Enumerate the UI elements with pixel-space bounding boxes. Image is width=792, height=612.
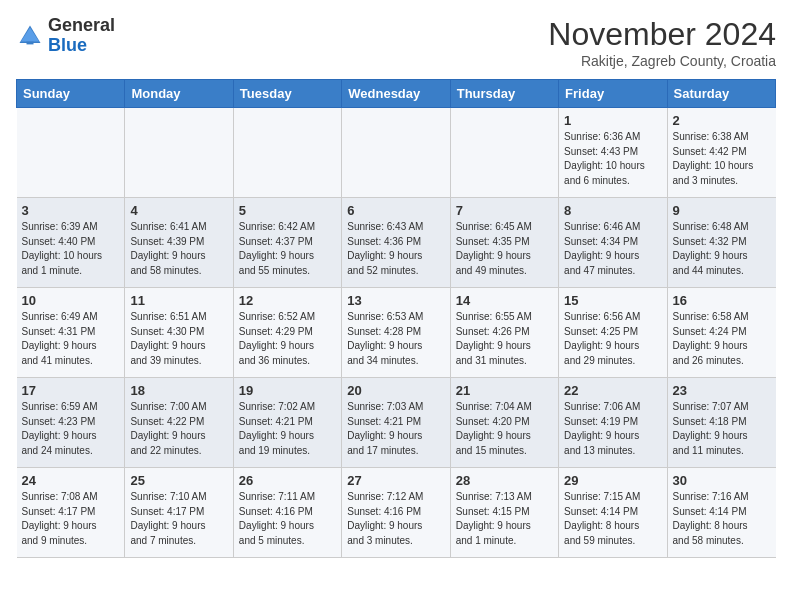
day-cell: 7Sunrise: 6:45 AMSunset: 4:35 PMDaylight… (450, 198, 558, 288)
day-number: 19 (239, 383, 336, 398)
day-number: 30 (673, 473, 771, 488)
day-cell: 27Sunrise: 7:12 AMSunset: 4:16 PMDayligh… (342, 468, 450, 558)
col-header-thursday: Thursday (450, 80, 558, 108)
day-number: 3 (22, 203, 120, 218)
day-info: Sunrise: 6:58 AMSunset: 4:24 PMDaylight:… (673, 310, 771, 368)
day-cell: 25Sunrise: 7:10 AMSunset: 4:17 PMDayligh… (125, 468, 233, 558)
day-cell: 3Sunrise: 6:39 AMSunset: 4:40 PMDaylight… (17, 198, 125, 288)
svg-rect-2 (27, 41, 34, 44)
day-cell: 2Sunrise: 6:38 AMSunset: 4:42 PMDaylight… (667, 108, 775, 198)
day-number: 22 (564, 383, 661, 398)
day-cell: 28Sunrise: 7:13 AMSunset: 4:15 PMDayligh… (450, 468, 558, 558)
day-cell: 4Sunrise: 6:41 AMSunset: 4:39 PMDaylight… (125, 198, 233, 288)
day-info: Sunrise: 7:00 AMSunset: 4:22 PMDaylight:… (130, 400, 227, 458)
day-number: 27 (347, 473, 444, 488)
day-info: Sunrise: 6:36 AMSunset: 4:43 PMDaylight:… (564, 130, 661, 188)
day-cell: 13Sunrise: 6:53 AMSunset: 4:28 PMDayligh… (342, 288, 450, 378)
week-row-3: 10Sunrise: 6:49 AMSunset: 4:31 PMDayligh… (17, 288, 776, 378)
day-cell: 26Sunrise: 7:11 AMSunset: 4:16 PMDayligh… (233, 468, 341, 558)
day-number: 20 (347, 383, 444, 398)
day-info: Sunrise: 6:42 AMSunset: 4:37 PMDaylight:… (239, 220, 336, 278)
day-number: 21 (456, 383, 553, 398)
page-container: General Blue November 2024 Rakitje, Zagr… (0, 0, 792, 566)
svg-marker-1 (21, 27, 39, 41)
week-row-5: 24Sunrise: 7:08 AMSunset: 4:17 PMDayligh… (17, 468, 776, 558)
day-number: 26 (239, 473, 336, 488)
day-cell (233, 108, 341, 198)
day-info: Sunrise: 6:48 AMSunset: 4:32 PMDaylight:… (673, 220, 771, 278)
day-number: 15 (564, 293, 661, 308)
day-number: 6 (347, 203, 444, 218)
day-info: Sunrise: 7:04 AMSunset: 4:20 PMDaylight:… (456, 400, 553, 458)
day-info: Sunrise: 6:59 AMSunset: 4:23 PMDaylight:… (22, 400, 120, 458)
day-number: 12 (239, 293, 336, 308)
day-info: Sunrise: 6:41 AMSunset: 4:39 PMDaylight:… (130, 220, 227, 278)
col-header-tuesday: Tuesday (233, 80, 341, 108)
subtitle: Rakitje, Zagreb County, Croatia (548, 53, 776, 69)
day-cell: 14Sunrise: 6:55 AMSunset: 4:26 PMDayligh… (450, 288, 558, 378)
day-info: Sunrise: 7:15 AMSunset: 4:14 PMDaylight:… (564, 490, 661, 548)
day-info: Sunrise: 6:45 AMSunset: 4:35 PMDaylight:… (456, 220, 553, 278)
day-cell: 21Sunrise: 7:04 AMSunset: 4:20 PMDayligh… (450, 378, 558, 468)
day-number: 11 (130, 293, 227, 308)
day-info: Sunrise: 6:49 AMSunset: 4:31 PMDaylight:… (22, 310, 120, 368)
day-info: Sunrise: 7:08 AMSunset: 4:17 PMDaylight:… (22, 490, 120, 548)
day-number: 1 (564, 113, 661, 128)
week-row-1: 1Sunrise: 6:36 AMSunset: 4:43 PMDaylight… (17, 108, 776, 198)
day-number: 17 (22, 383, 120, 398)
day-cell: 23Sunrise: 7:07 AMSunset: 4:18 PMDayligh… (667, 378, 775, 468)
day-info: Sunrise: 7:16 AMSunset: 4:14 PMDaylight:… (673, 490, 771, 548)
day-number: 29 (564, 473, 661, 488)
week-row-4: 17Sunrise: 6:59 AMSunset: 4:23 PMDayligh… (17, 378, 776, 468)
day-number: 13 (347, 293, 444, 308)
day-cell (125, 108, 233, 198)
day-number: 2 (673, 113, 771, 128)
day-info: Sunrise: 6:39 AMSunset: 4:40 PMDaylight:… (22, 220, 120, 278)
header-row: SundayMondayTuesdayWednesdayThursdayFrid… (17, 80, 776, 108)
day-cell: 19Sunrise: 7:02 AMSunset: 4:21 PMDayligh… (233, 378, 341, 468)
day-cell: 24Sunrise: 7:08 AMSunset: 4:17 PMDayligh… (17, 468, 125, 558)
day-info: Sunrise: 7:03 AMSunset: 4:21 PMDaylight:… (347, 400, 444, 458)
day-info: Sunrise: 6:38 AMSunset: 4:42 PMDaylight:… (673, 130, 771, 188)
day-info: Sunrise: 6:46 AMSunset: 4:34 PMDaylight:… (564, 220, 661, 278)
day-info: Sunrise: 7:07 AMSunset: 4:18 PMDaylight:… (673, 400, 771, 458)
day-cell: 15Sunrise: 6:56 AMSunset: 4:25 PMDayligh… (559, 288, 667, 378)
day-info: Sunrise: 6:55 AMSunset: 4:26 PMDaylight:… (456, 310, 553, 368)
logo: General Blue (16, 16, 115, 56)
day-number: 4 (130, 203, 227, 218)
day-info: Sunrise: 7:10 AMSunset: 4:17 PMDaylight:… (130, 490, 227, 548)
day-info: Sunrise: 7:11 AMSunset: 4:16 PMDaylight:… (239, 490, 336, 548)
day-number: 25 (130, 473, 227, 488)
day-info: Sunrise: 6:52 AMSunset: 4:29 PMDaylight:… (239, 310, 336, 368)
day-info: Sunrise: 7:12 AMSunset: 4:16 PMDaylight:… (347, 490, 444, 548)
day-cell: 12Sunrise: 6:52 AMSunset: 4:29 PMDayligh… (233, 288, 341, 378)
day-cell: 8Sunrise: 6:46 AMSunset: 4:34 PMDaylight… (559, 198, 667, 288)
day-cell: 5Sunrise: 6:42 AMSunset: 4:37 PMDaylight… (233, 198, 341, 288)
day-number: 8 (564, 203, 661, 218)
day-cell: 30Sunrise: 7:16 AMSunset: 4:14 PMDayligh… (667, 468, 775, 558)
day-number: 16 (673, 293, 771, 308)
col-header-saturday: Saturday (667, 80, 775, 108)
month-title: November 2024 (548, 16, 776, 53)
week-row-2: 3Sunrise: 6:39 AMSunset: 4:40 PMDaylight… (17, 198, 776, 288)
day-info: Sunrise: 6:53 AMSunset: 4:28 PMDaylight:… (347, 310, 444, 368)
day-cell: 10Sunrise: 6:49 AMSunset: 4:31 PMDayligh… (17, 288, 125, 378)
day-number: 7 (456, 203, 553, 218)
day-cell: 29Sunrise: 7:15 AMSunset: 4:14 PMDayligh… (559, 468, 667, 558)
day-cell: 9Sunrise: 6:48 AMSunset: 4:32 PMDaylight… (667, 198, 775, 288)
day-number: 23 (673, 383, 771, 398)
day-cell (17, 108, 125, 198)
col-header-friday: Friday (559, 80, 667, 108)
day-info: Sunrise: 6:43 AMSunset: 4:36 PMDaylight:… (347, 220, 444, 278)
logo-general: General (48, 15, 115, 35)
day-cell: 18Sunrise: 7:00 AMSunset: 4:22 PMDayligh… (125, 378, 233, 468)
day-number: 10 (22, 293, 120, 308)
calendar-table: SundayMondayTuesdayWednesdayThursdayFrid… (16, 79, 776, 558)
day-cell: 16Sunrise: 6:58 AMSunset: 4:24 PMDayligh… (667, 288, 775, 378)
day-number: 14 (456, 293, 553, 308)
header: General Blue November 2024 Rakitje, Zagr… (16, 16, 776, 69)
day-number: 9 (673, 203, 771, 218)
logo-icon (16, 22, 44, 50)
day-cell: 1Sunrise: 6:36 AMSunset: 4:43 PMDaylight… (559, 108, 667, 198)
logo-text: General Blue (48, 16, 115, 56)
